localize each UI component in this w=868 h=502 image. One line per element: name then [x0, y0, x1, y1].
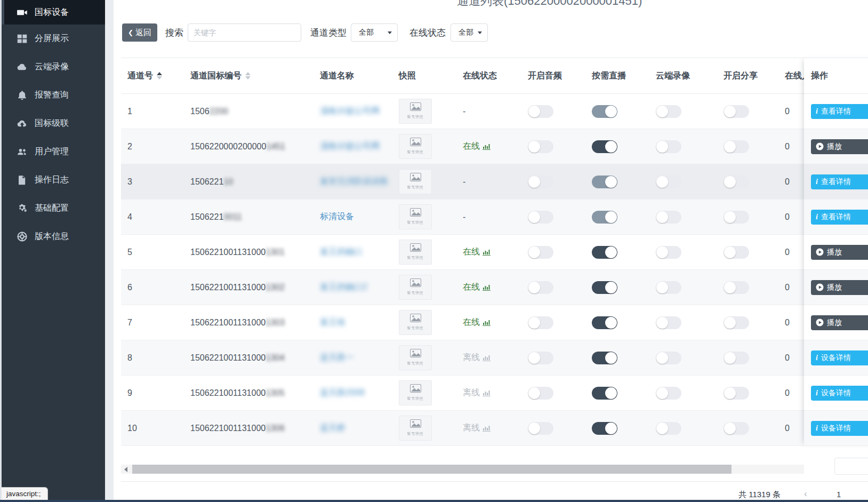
play-button[interactable]: 播放 [811, 139, 868, 154]
share-toggle[interactable] [724, 105, 749, 118]
play-button[interactable]: 播放 [811, 245, 868, 260]
pagination-prev-button[interactable]: ‹ [804, 489, 807, 499]
horizontal-scrollbar[interactable] [121, 465, 804, 474]
online-status-cell: 在线 [456, 270, 521, 305]
snapshot-placeholder: 暂无快照 [399, 204, 432, 229]
cloud-recording-toggle[interactable] [656, 281, 681, 294]
audio-toggle[interactable] [528, 281, 553, 294]
live-cell [585, 340, 649, 375]
on-demand-live-toggle[interactable] [592, 140, 617, 153]
cloud-recording-toggle[interactable] [656, 105, 681, 118]
audio-cell [521, 94, 585, 129]
sort-icon[interactable] [245, 72, 251, 79]
on-demand-live-toggle[interactable] [592, 105, 617, 118]
operation-cell: 播放 [804, 129, 868, 164]
share-toggle[interactable] [724, 281, 749, 294]
cloud-recording-toggle[interactable] [656, 387, 681, 400]
share-toggle[interactable] [724, 387, 749, 400]
channel-name-link[interactable]: 蓝天路2008 [320, 387, 365, 399]
channel-name-link[interactable]: 某王的确口 [320, 246, 363, 258]
on-demand-live-toggle[interactable] [592, 352, 617, 364]
cloud-recording-toggle[interactable] [656, 140, 681, 153]
sidebar-item-gb-devices[interactable]: 国标设备 [2, 0, 105, 25]
on-demand-live-toggle[interactable] [592, 246, 617, 259]
scroll-left-arrow[interactable] [121, 465, 131, 474]
cloud-recording-toggle[interactable] [656, 176, 681, 188]
view-button[interactable]: i查看详情 [811, 104, 868, 119]
sort-icon[interactable] [157, 72, 162, 79]
audio-cell [521, 129, 585, 164]
on-demand-live-toggle[interactable] [592, 387, 617, 400]
on-demand-live-toggle[interactable] [592, 316, 617, 329]
share-toggle[interactable] [724, 246, 749, 259]
cloud-cell [649, 164, 717, 199]
audio-toggle[interactable] [528, 246, 553, 259]
cloud-recording-toggle[interactable] [656, 211, 681, 224]
audio-toggle[interactable] [528, 352, 553, 364]
channel-name-link[interactable]: 漠格尔骏公司网 [320, 141, 380, 152]
play-button[interactable]: 播放 [811, 315, 868, 330]
cloud-recording-toggle[interactable] [656, 246, 681, 259]
audio-toggle[interactable] [528, 387, 553, 400]
device-button[interactable]: i设备详情 [811, 350, 868, 365]
on-demand-live-toggle[interactable] [592, 281, 617, 294]
snapshot-cell: 暂无快照 [392, 305, 456, 340]
sidebar-item-version-info[interactable]: 版本信息 [2, 222, 105, 251]
sidebar-item-user-management[interactable]: 用户管理 [2, 138, 105, 166]
sidebar-item-basic-config[interactable]: 基础配置 [2, 194, 105, 222]
channel-name-link[interactable]: 蓝天桥 [320, 423, 345, 434]
header-gb-id[interactable]: 通道国标编号 [184, 58, 314, 93]
cloud-recording-toggle[interactable] [656, 316, 681, 329]
device-button[interactable]: i设备详情 [811, 421, 868, 436]
share-toggle[interactable] [724, 316, 749, 329]
sidebar-scrollbar[interactable] [2, 0, 4, 25]
header-channel-number[interactable]: 通道号 [121, 58, 184, 93]
share-toggle[interactable] [724, 211, 749, 224]
online-state-select[interactable]: 全部 [451, 23, 488, 42]
device-button[interactable]: i设备详情 [811, 386, 868, 401]
pagination-page-1[interactable]: 1 [837, 490, 841, 499]
channel-name-link[interactable]: 某王的确口2 [320, 282, 367, 293]
share-toggle[interactable] [724, 422, 749, 435]
on-demand-live-toggle[interactable] [592, 211, 617, 224]
audio-toggle[interactable] [528, 140, 553, 153]
online-status-cell: 在线 [456, 305, 521, 340]
bell-icon [17, 90, 28, 101]
channel-name-link[interactable]: 某安完消防设训路 [320, 176, 388, 187]
audio-toggle[interactable] [528, 105, 553, 118]
audio-toggle[interactable] [528, 176, 553, 188]
search-input[interactable] [188, 23, 301, 42]
cloud-recording-toggle[interactable] [656, 352, 681, 364]
channel-name-link[interactable]: 某王络 [320, 317, 345, 328]
scrollbar-thumb[interactable] [132, 465, 732, 474]
play-button[interactable]: 播放 [811, 280, 868, 295]
channel-type-select[interactable]: 全部 [351, 23, 398, 42]
on-demand-live-toggle[interactable] [592, 176, 617, 188]
view-button[interactable]: i查看详情 [811, 210, 868, 225]
sidebar-item-gb-cascade[interactable]: 国标级联 [2, 109, 105, 138]
channel-name-link[interactable]: 标清设备 [320, 211, 354, 222]
sidebar-item-cloud-recording[interactable]: 云端录像 [2, 53, 105, 81]
share-toggle[interactable] [724, 176, 749, 188]
audio-toggle[interactable] [528, 211, 553, 224]
live-cell [585, 305, 649, 340]
back-button[interactable]: ❮ 返回 [122, 23, 157, 42]
channel-number-cell: 5 [121, 235, 184, 269]
audio-toggle[interactable] [528, 422, 553, 435]
channel-name-link[interactable]: 漠格尔骏公司网 [320, 106, 380, 117]
sidebar-item-alarm-query[interactable]: 报警查询 [2, 81, 105, 109]
cloud-recording-toggle[interactable] [656, 422, 681, 435]
view-button[interactable]: i查看详情 [811, 174, 868, 189]
share-toggle[interactable] [724, 140, 749, 153]
snapshot-placeholder: 暂无快照 [399, 416, 432, 441]
snapshot-placeholder: 暂无快照 [399, 310, 432, 335]
sidebar-item-operation-log[interactable]: 操作日志 [2, 166, 105, 194]
audio-toggle[interactable] [528, 316, 553, 329]
share-cell [717, 340, 778, 375]
operation-cell: i查看详情 [804, 200, 868, 235]
on-demand-live-toggle[interactable] [592, 422, 617, 435]
operation-cell: i设备详情 [804, 340, 868, 376]
share-toggle[interactable] [724, 352, 749, 364]
channel-name-link[interactable]: 蓝天路一 [320, 352, 354, 363]
sidebar-item-split-screen[interactable]: 分屏展示 [2, 25, 105, 53]
